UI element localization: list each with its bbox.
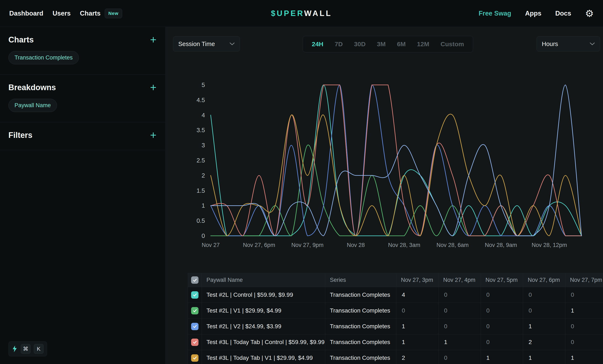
y-tick-label: 3.5 [197,127,205,134]
unit-select[interactable]: Hours [537,36,600,51]
column-header-nov-27-5pm: Nov 27, 5pm [481,273,523,287]
row-checkbox[interactable] [191,354,198,362]
range-tab-30d[interactable]: 30D [354,41,366,48]
breakdown-table: Paywall NameSeriesNov 27, 3pmNov 27, 4pm… [188,273,603,364]
value-cell: 1 [396,318,439,334]
value-cell: 2 [523,334,565,350]
x-tick-label: Nov 27, 6pm [243,242,275,248]
paywall-name-cell: Test #2L | V1 | $29.99, $4.99 [202,303,325,318]
check-icon [193,293,197,297]
range-tab-6m[interactable]: 6M [397,41,406,48]
column-header-nov-27-3pm: Nov 27, 3pm [396,273,439,287]
section-title-charts: Charts [8,35,34,44]
table-row: Test #3L | Today Tab | Control | $59.99,… [188,334,603,350]
value-cell: 1 [439,334,481,350]
value-cell: 0 [481,303,523,318]
logo-rest: WALL [304,9,332,18]
series-cell: Transaction Completes [325,287,396,303]
value-cell: 0 [396,303,439,318]
y-tick-label: 0.5 [197,217,205,224]
value-cell: 1 [396,334,439,350]
column-header-nov-27-4pm: Nov 27, 4pm [439,273,481,287]
value-cell: 0 [481,318,523,334]
row-checkbox[interactable] [191,339,198,346]
y-tick-label: 2.5 [197,157,205,164]
paywall-name-cell: Test #3L | Today Tab | V1 | $29.99, $4.9… [202,350,325,364]
value-cell: 0 [439,303,481,318]
table-header-row: Paywall NameSeriesNov 27, 3pmNov 27, 4pm… [188,273,603,287]
nav-item-free-swag[interactable]: Free Swag [478,10,511,17]
section-title-filters: Filters [8,131,32,140]
x-tick-label: Nov 28, 6am [437,242,469,248]
nav-item-label: Users [53,10,71,17]
top-nav: DashboardUsersChartsNew $UPERWALL Free S… [0,0,603,27]
y-tick-label: 2 [202,172,205,179]
nav-item-apps[interactable]: Apps [525,10,541,17]
check-icon [193,324,197,329]
x-tick-label: Nov 27 [202,242,220,248]
add-breakdowns-button[interactable]: + [150,83,156,92]
sidebar-section-breakdowns: Breakdowns+Paywall Name [0,75,165,122]
row-checkbox[interactable] [191,323,198,330]
column-header-series: Series [325,273,396,287]
sidebar-section-filters: Filters+ [0,122,165,150]
pill-paywall-name[interactable]: Paywall Name [8,99,57,112]
range-tab-7d[interactable]: 7D [335,41,343,48]
select-all-checkbox[interactable] [191,276,198,284]
value-cell: 1 [565,303,603,318]
add-filters-button[interactable]: + [150,131,156,140]
sidebar-section-charts: Charts+Transaction Completes [0,27,165,75]
range-tab-3m[interactable]: 3M [377,41,386,48]
value-cell: 1 [481,350,523,364]
value-cell: 0 [439,287,481,303]
value-cell: 4 [396,287,439,303]
row-checkbox-cell [188,287,202,303]
command-palette-shortcut[interactable]: ⌘ K [8,341,47,356]
row-checkbox[interactable] [191,291,198,299]
unit-select-value: Hours [542,41,558,47]
series-cell: Transaction Completes [325,303,396,318]
section-title-breakdowns: Breakdowns [8,83,56,92]
y-tick-label: 4 [202,112,205,119]
range-tab-custom[interactable]: Custom [441,41,464,48]
check-icon [193,340,197,344]
row-checkbox-cell [188,350,202,364]
y-tick-label: 1 [202,202,205,209]
check-icon [193,278,197,283]
chart-line-test-2l-control-59-99-9-99 [211,85,581,236]
nav-right: Free SwagAppsDocs⚙ [478,9,594,18]
nav-item-charts[interactable]: ChartsNew [80,9,122,18]
section-head: Filters+ [8,131,156,140]
y-tick-label: 1.5 [197,187,205,194]
nav-item-dashboard[interactable]: Dashboard [9,10,43,17]
x-tick-label: Nov 28, 9am [485,242,517,248]
series-cell: Transaction Completes [325,334,396,350]
series-cell: Transaction Completes [325,318,396,334]
row-checkbox-cell [188,318,202,334]
range-tab-12m[interactable]: 12M [417,41,429,48]
sessions-chart: 00.511.522.533.544.55Nov 27Nov 27, 6pmNo… [185,74,589,250]
chevron-down-icon [230,43,235,46]
pill-transaction-completes[interactable]: Transaction Completes [8,51,79,64]
paywall-name-cell: Test #2L | Control | $59.99, $9.99 [202,287,325,303]
row-checkbox[interactable] [191,307,198,314]
metric-select[interactable]: Session Time [173,36,240,51]
nav-item-docs[interactable]: Docs [555,10,571,17]
logo: $UPERWALL [271,9,332,18]
section-head: Breakdowns+ [8,83,156,92]
nav-item-label: Free Swag [478,10,511,17]
y-tick-label: 5 [202,81,205,88]
x-tick-label: Nov 28, 12pm [532,242,567,248]
range-tab-24h[interactable]: 24H [312,41,323,48]
value-cell: 0 [523,287,565,303]
nav-item-label: Dashboard [9,10,43,17]
chart-line-series [211,85,581,236]
add-charts-button[interactable]: + [150,35,156,44]
paywall-name-cell: Test #3L | Today Tab | Control | $59.99,… [202,334,325,350]
chart-line-test-2l-v2-24-99-3-99 [211,85,581,236]
value-cell: 0 [565,318,603,334]
section-head: Charts+ [8,35,156,44]
nav-item-users[interactable]: Users [53,10,71,17]
paywall-table: Paywall NameSeriesNov 27, 3pmNov 27, 4pm… [188,273,603,364]
gear-icon[interactable]: ⚙ [585,9,594,18]
